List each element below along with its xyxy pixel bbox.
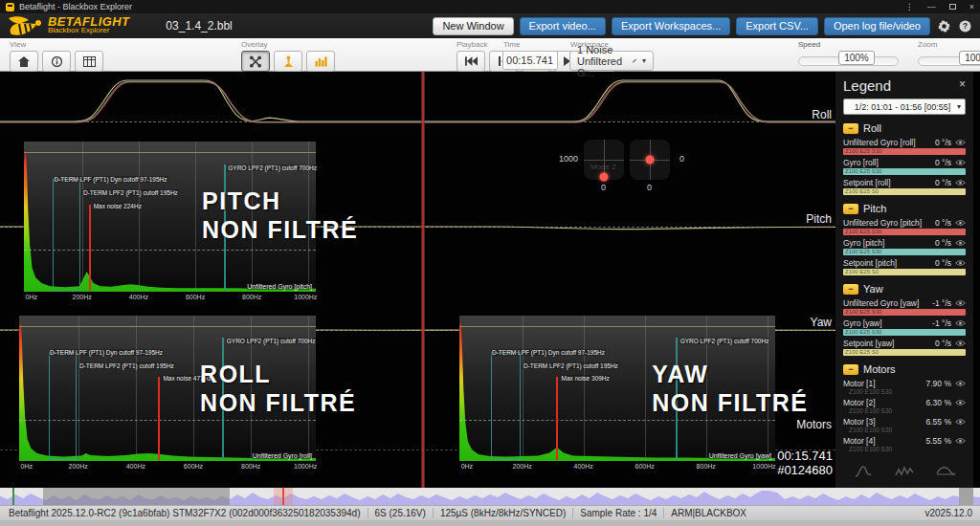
noisy-curve-icon[interactable] [894, 464, 915, 479]
eye-icon[interactable] [955, 179, 966, 186]
log-info-button[interactable] [42, 51, 71, 72]
eye-icon[interactable] [955, 399, 966, 406]
close-icon[interactable]: × [959, 77, 966, 91]
open-log-button[interactable]: Open log file/video [824, 17, 930, 35]
legend-item[interactable]: Setpoint [roll] 0 °/s Z100 E25 S0 [843, 178, 966, 195]
legend-item[interactable]: Gyro [yaw] -1 °/s Z100 E25 S30 [843, 318, 966, 336]
sticks-overlay-button[interactable] [274, 51, 302, 72]
eye-icon[interactable] [955, 299, 966, 307]
new-window-button[interactable]: New Window [433, 17, 513, 35]
legend-section-yaw: − Yaw Unfiltered Gyro [yaw] -1 °/s Z100 … [843, 282, 966, 356]
looptime-info: 125µS (8kHz/8kHz/SYNCED) [434, 508, 573, 518]
collapse-icon[interactable]: − [843, 204, 858, 214]
export-workspaces-button[interactable]: Export Workspaces... [612, 17, 730, 35]
eye-icon[interactable] [955, 437, 966, 445]
eye-icon[interactable] [955, 319, 966, 327]
dterm-dyn-label: D-TERM LPF (PT1) Dyn cutoff 97-195Hz [54, 176, 168, 183]
spectrum-field-label: Unfiltered Gyro [yaw] [709, 452, 771, 459]
legend-item[interactable]: Unfiltered Gyro [roll] 0 °/s Z100 E25 S3… [843, 138, 966, 155]
close-icon[interactable]: × [969, 2, 974, 11]
legend-item[interactable]: Gyro [pitch] 0 °/s Z100 E25 S30 [843, 238, 966, 255]
seekbar-cursor[interactable] [282, 488, 284, 505]
flight-mode-info: ARM|BLACKBOX [664, 508, 753, 518]
eye-icon[interactable] [955, 380, 966, 387]
legend-edge-gap [973, 72, 980, 488]
throttle-max-value: 1000 [559, 154, 578, 164]
eye-icon[interactable] [955, 219, 966, 227]
dterm-dyn-range-box [53, 179, 80, 291]
legend-item[interactable]: Unfiltered Gyro [pitch] 0 °/s Z100 E25 S… [843, 218, 966, 235]
eye-icon[interactable] [955, 418, 966, 426]
eye-icon[interactable] [955, 259, 966, 267]
dterm-dyn-range-box [49, 352, 77, 460]
log-range-dropdown[interactable]: 1/2: 01:01 - 01:56 [00:55] ▾ [843, 99, 966, 115]
playback-cursor[interactable] [421, 72, 425, 488]
minimize-icon[interactable]: — [927, 2, 936, 11]
legend-item[interactable]: Motor [2] 6.30 % Z100 E100 S30 [843, 398, 966, 414]
spectrum-field-label: Unfiltered Gyro [pitch] [247, 283, 312, 290]
restore-icon[interactable] [949, 4, 956, 10]
clipped-curve-icon[interactable] [935, 464, 956, 479]
export-video-button[interactable]: Export video... [520, 17, 606, 35]
gyro-lpf2-label: GYRO LPF2 (PT1) cutoff 700Hz [679, 338, 770, 344]
zoom-value-bubble[interactable]: 100% [959, 51, 980, 65]
home-view-button[interactable] [10, 51, 38, 72]
craft-overlay-button[interactable] [241, 51, 270, 72]
chevron-down-icon[interactable]: ▾ [642, 56, 646, 65]
kebab-menu-icon[interactable]: ⋮ [905, 2, 914, 11]
seekbar[interactable] [0, 488, 980, 505]
workspace-dropdown[interactable]: 1 Noise Unfiltered G... ▾ [569, 51, 654, 71]
legend-section-header[interactable]: − Yaw [843, 282, 966, 296]
axis-label-roll: Roll [812, 108, 832, 121]
spectrum-panel-yaw: D-TERM LPF (PT1) Dyn cutoff 97-195Hz D-T… [459, 316, 775, 473]
legend-item[interactable]: Setpoint [yaw] 0 °/s Z100 E25 S0 [843, 339, 966, 356]
graph-canvas[interactable]: D-TERM LPF (PT1) Dyn cutoff 97-195Hz D-T… [0, 72, 835, 488]
zoom-slider[interactable]: 100% [918, 56, 980, 66]
status-bar: Betaflight 2025.12.0-RC2 (9c1a6bfab) STM… [0, 505, 980, 520]
legend-item[interactable]: Motor [3] 6.55 % Z100 E100 S30 [843, 417, 966, 433]
dterm-dyn-label: D-TERM LPF (PT1) Dyn cutoff 97-195Hz [49, 349, 164, 356]
spectrum-field-label: Unfiltered Gyro [roll] [253, 452, 312, 459]
time-input[interactable] [502, 51, 558, 70]
chevron-down-icon: ▾ [957, 102, 961, 111]
jump-start-button[interactable] [457, 51, 485, 72]
settings-gear-icon[interactable] [936, 18, 951, 33]
smooth-curve-icon[interactable] [853, 464, 874, 479]
eye-icon[interactable] [955, 139, 966, 146]
legend-section-header[interactable]: − Pitch [843, 202, 966, 215]
speed-slider[interactable]: 100% [798, 56, 899, 66]
legend-section-header[interactable]: − Motors [843, 362, 966, 376]
collapse-icon[interactable]: − [843, 284, 858, 295]
collapse-icon[interactable]: − [843, 123, 858, 134]
seekbar-end-block [959, 488, 973, 505]
spectrum-x-axis: 0Hz 200Hz 400Hz 600Hz 800Hz 1000Hz [459, 461, 775, 473]
eye-icon[interactable] [955, 159, 966, 166]
spectrum-x-axis: 0Hz 200Hz 400Hz 600Hz 800Hz 1000Hz [24, 292, 316, 304]
dterm-lpf2-label: D-TERM LPF2 (PT1) cutoff 195Hz [523, 362, 619, 369]
eye-icon[interactable] [955, 340, 966, 347]
legend-item[interactable]: Gyro [roll] 0 °/s Z100 E25 S30 [843, 158, 966, 175]
betaflight-logo: BETAFLIGHT Blackbox Explorer [8, 15, 129, 36]
dterm-dyn-label: D-TERM LPF (PT1) Dyn cutoff 97-195Hz [491, 349, 606, 356]
max-noise-label: Max noise 309Hz [561, 375, 611, 382]
legend-section-pitch: − Pitch Unfiltered Gyro [pitch] 0 °/s Z1… [843, 202, 966, 275]
max-noise-line [89, 205, 91, 291]
firmware-info: Betaflight 2025.12.0-RC2 (9c1a6bfab) STM… [0, 508, 368, 518]
legend-item[interactable]: Motor [4] 5.55 % Z100 E100 S30 [843, 436, 966, 452]
export-csv-button[interactable]: Export CSV... [736, 17, 818, 35]
edit-pencil-icon[interactable] [633, 56, 636, 65]
legend-item[interactable]: Setpoint [pitch] 0 °/s Z100 E25 S0 [843, 258, 966, 275]
table-view-button[interactable] [75, 51, 103, 72]
legend-section-header[interactable]: − Roll [843, 121, 966, 135]
collapse-icon[interactable]: − [843, 364, 858, 375]
max-noise-label: Max noise 224Hz [93, 203, 143, 209]
help-icon[interactable]: ? [957, 18, 972, 33]
max-noise-line [556, 377, 558, 460]
speed-value-bubble[interactable]: 100% [838, 51, 875, 65]
legend-item[interactable]: Motor [1] 7.90 % Z100 E100 S30 [843, 379, 966, 395]
seekbar-excluded-region [43, 488, 230, 505]
eye-icon[interactable] [955, 239, 966, 247]
axis-label-pitch: Pitch [806, 212, 832, 226]
motors-overlay-button[interactable] [306, 51, 335, 72]
legend-item[interactable]: Unfiltered Gyro [yaw] -1 °/s Z100 E25 S3… [843, 298, 966, 316]
